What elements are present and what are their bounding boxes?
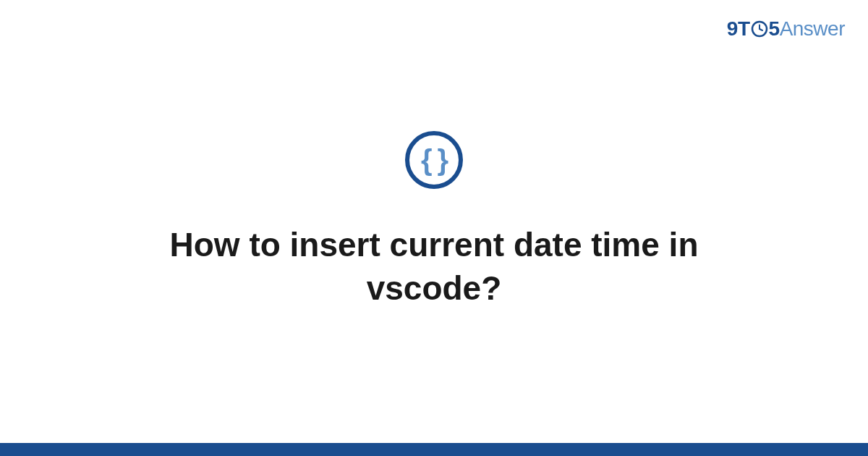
code-braces-icon: { }: [421, 145, 447, 174]
page-title: How to insert current date time in vscod…: [72, 224, 796, 311]
main-content: { } How to insert current date time in v…: [0, 0, 868, 442]
bottom-accent-bar: [0, 443, 868, 456]
category-icon: { }: [405, 131, 463, 189]
